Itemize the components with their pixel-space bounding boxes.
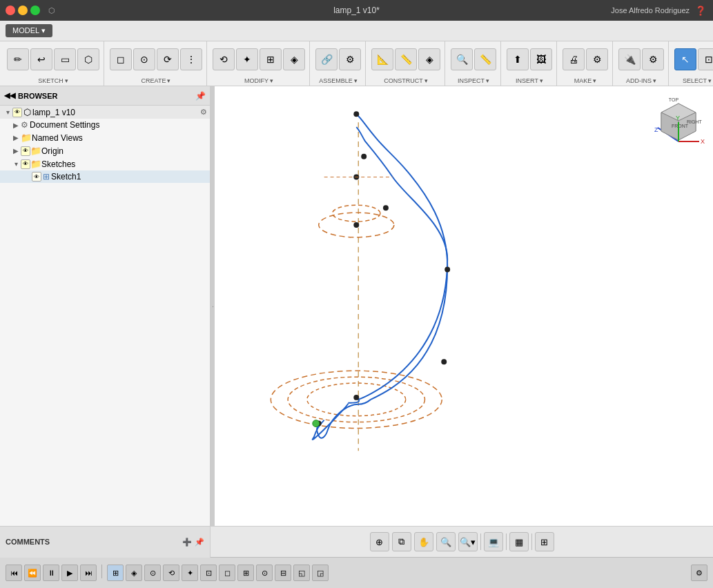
toolbar-group-addins: 🔌 ⚙ ADD-INS ▾ [614, 41, 669, 86]
inspect-icon-1[interactable]: 🔍 [451, 48, 473, 70]
zoom-button[interactable]: 🔍 [436, 532, 456, 551]
cube-top-label: TOP [669, 97, 679, 102]
viewport[interactable]: Z TOP FRONT RIGHT X Y [215, 86, 713, 526]
browser-item-sketch1[interactable]: 👁 ⊞ Sketch1 [0, 170, 210, 183]
comments-label: COMMENTS [6, 538, 50, 546]
inspect-group-label[interactable]: INSPECT ▾ [458, 77, 489, 84]
create-icon-3[interactable]: ⟳ [157, 48, 179, 70]
timeline-item-3[interactable]: ⊙ [144, 565, 161, 581]
maximize-button[interactable] [30, 6, 40, 15]
sketches-toggle[interactable]: ▾ [11, 160, 21, 168]
origin-visibility[interactable]: 👁 [21, 146, 30, 156]
modify-group-label[interactable]: MODIFY ▾ [244, 77, 273, 84]
browser-title: BROWSER [18, 92, 57, 100]
toolbar: MODEL ▾ ✏ ↩ ▭ ⬡ SKETCH ▾ ◻ ⊙ ⟳ ⋮ CREATE … [0, 21, 713, 86]
select-group-label[interactable]: SELECT ▾ [683, 77, 712, 84]
timeline-item-2[interactable]: ◈ [126, 565, 142, 581]
sketch-icon-2[interactable]: ↩ [30, 48, 52, 70]
browser-item-root[interactable]: ▾ 👁 ⬡ lamp_1 v10 ⚙ [0, 106, 210, 119]
root-toggle[interactable]: ▾ [3, 108, 12, 116]
make-group-label[interactable]: MAKE ▾ [574, 77, 597, 84]
root-settings-icon[interactable]: ⚙ [200, 108, 207, 117]
titlebar-right: Jose Alfredo Rodriguez ❓ [611, 6, 713, 16]
inspect-icon-2[interactable]: 📏 [474, 48, 496, 70]
timeline-item-12[interactable]: ◲ [312, 565, 329, 581]
construct-group-label[interactable]: CONSTRUCT ▾ [384, 77, 428, 84]
comments-collapse-icon[interactable]: 📌 [195, 538, 204, 547]
fit-button[interactable]: ⧉ [392, 532, 411, 551]
assemble-icon-2[interactable]: ⚙ [339, 48, 361, 70]
timeline-settings-button[interactable]: ⚙ [691, 565, 707, 581]
sketches-visibility[interactable]: 👁 [21, 159, 30, 169]
root-visibility[interactable]: 👁 [12, 108, 22, 117]
timeline-prev-button[interactable]: ⏪ [24, 565, 41, 581]
select-icon-2[interactable]: ⊡ [698, 48, 713, 70]
make-icon-1[interactable]: 🖨 [563, 48, 585, 70]
sketch1-visibility[interactable]: 👁 [32, 172, 41, 182]
modify-icon-4[interactable]: ◈ [283, 48, 305, 70]
timeline-forward-button[interactable]: ⏭ [80, 565, 97, 581]
insert-icon-1[interactable]: ⬆ [507, 48, 529, 70]
browser-item-doc-settings[interactable]: ▶ ⚙ Document Settings [0, 119, 210, 131]
pan-button[interactable]: ✋ [414, 532, 433, 551]
orient-button[interactable]: ⊕ [370, 532, 389, 551]
insert-icon-2[interactable]: 🖼 [530, 48, 552, 70]
construct-icon-3[interactable]: ◈ [418, 48, 440, 70]
timeline-item-11[interactable]: ◱ [293, 565, 310, 581]
construct-icon-2[interactable]: 📏 [395, 48, 417, 70]
timeline-item-6[interactable]: ⊡ [200, 565, 217, 581]
assemble-group-label[interactable]: ASSEMBLE ▾ [319, 77, 358, 84]
help-icon[interactable]: ❓ [695, 6, 706, 16]
browser-header[interactable]: ◀◀ BROWSER 📌 [0, 86, 210, 106]
timeline-pause-button[interactable]: ⏸ [43, 565, 59, 581]
construct-icon-1[interactable]: 📐 [371, 48, 393, 70]
modify-icon-2[interactable]: ✦ [236, 48, 258, 70]
sketch-group-label[interactable]: SKETCH ▾ [38, 77, 68, 84]
close-button[interactable] [6, 6, 15, 15]
make-icon-2[interactable]: ⚙ [586, 48, 608, 70]
timeline-item-10[interactable]: ⊟ [275, 565, 291, 581]
assemble-icon-1[interactable]: 🔗 [315, 48, 338, 70]
browser-item-sketches[interactable]: ▾ 👁 📁 Sketches [0, 157, 210, 170]
sketch-icon-4[interactable]: ⬡ [77, 48, 99, 70]
browser-item-origin[interactable]: ▶ 👁 📁 Origin [0, 144, 210, 157]
timeline-item-1[interactable]: ⊞ [107, 565, 124, 581]
timeline-item-5[interactable]: ✦ [182, 565, 198, 581]
create-group-label[interactable]: CREATE ▾ [141, 77, 171, 84]
minimize-button[interactable] [18, 6, 28, 15]
create-icon-1[interactable]: ◻ [110, 48, 132, 70]
modify-icon-1[interactable]: ⟲ [213, 48, 235, 70]
browser-item-named-views[interactable]: ▶ 📁 Named Views [0, 131, 210, 144]
addins-icon-1[interactable]: 🔌 [618, 48, 641, 70]
addins-icon-2[interactable]: ⚙ [642, 48, 664, 70]
grid-button[interactable]: ▦ [509, 532, 529, 551]
timeline-play-button[interactable]: ▶ [61, 565, 78, 581]
select-icon-1[interactable]: ↖ [674, 48, 696, 70]
display-mode-button[interactable]: 💻 [484, 532, 503, 551]
svg-point-7 [361, 154, 367, 159]
addins-group-label[interactable]: ADD-INS ▾ [626, 77, 656, 84]
nav-cube[interactable]: Z TOP FRONT RIGHT X Y [651, 93, 706, 148]
timeline-divider [101, 565, 102, 578]
sketch-icon-1[interactable]: ✏ [7, 48, 29, 70]
sketch-icon-3[interactable]: ▭ [54, 48, 76, 70]
timeline-item-4[interactable]: ⟲ [163, 565, 179, 581]
modify-icon-3[interactable]: ⊞ [260, 48, 282, 70]
doc-settings-toggle[interactable]: ▶ [11, 121, 21, 129]
create-icon-2[interactable]: ⊙ [133, 48, 155, 70]
insert-group-label[interactable]: INSERT ▾ [516, 77, 543, 84]
timeline-item-9[interactable]: ⊙ [256, 565, 273, 581]
timeline-item-8[interactable]: ⊞ [237, 565, 254, 581]
model-menu-button[interactable]: MODEL ▾ [6, 24, 52, 37]
named-views-toggle[interactable]: ▶ [11, 134, 21, 141]
timeline-rewind-button[interactable]: ⏮ [6, 565, 22, 581]
modify-icons-row: ⟲ ✦ ⊞ ◈ [213, 43, 305, 76]
svg-point-13 [353, 395, 359, 400]
create-icon-4[interactable]: ⋮ [180, 48, 202, 70]
zoom-dropdown-button[interactable]: 🔍▾ [458, 532, 478, 551]
comments-add-icon[interactable]: ➕ [182, 538, 192, 547]
fullscreen-button[interactable]: ⊞ [535, 532, 554, 551]
origin-toggle[interactable]: ▶ [11, 147, 21, 155]
select-icons-row: ↖ ⊡ [674, 43, 713, 76]
timeline-item-7[interactable]: ◻ [219, 565, 235, 581]
